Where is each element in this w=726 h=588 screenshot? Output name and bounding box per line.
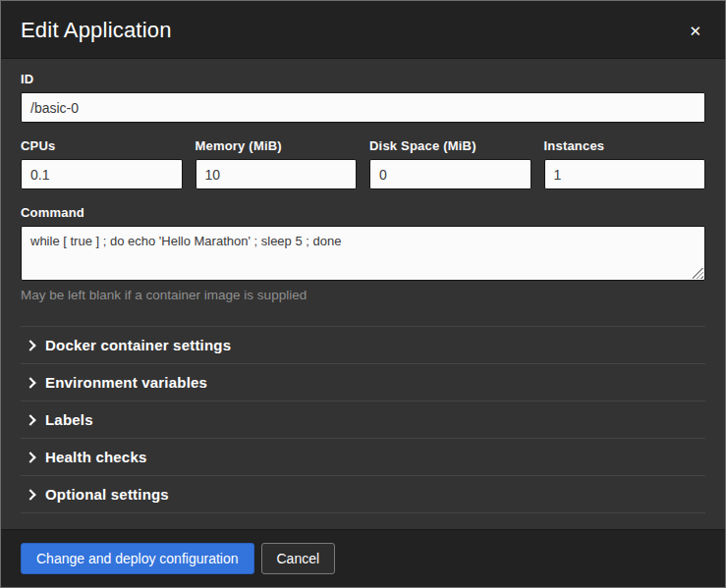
resources-row: CPUs Memory (MiB) Disk Space (MiB) Insta… bbox=[21, 138, 705, 189]
cancel-button[interactable]: Cancel bbox=[261, 543, 336, 574]
chevron-right-icon bbox=[23, 376, 36, 390]
memory-label: Memory (MiB) bbox=[195, 138, 358, 153]
modal-footer: Change and deploy configuration Cancel bbox=[1, 529, 725, 587]
command-field-group: Command while [ true ] ; do echo 'Hello … bbox=[21, 205, 705, 302]
section-environment-variables[interactable]: Environment variables bbox=[21, 364, 705, 401]
section-labels[interactable]: Labels bbox=[21, 401, 705, 439]
command-label: Command bbox=[21, 205, 705, 220]
disk-input[interactable] bbox=[369, 159, 531, 189]
change-and-deploy-button[interactable]: Change and deploy configuration bbox=[21, 543, 254, 574]
accordion-sections: Docker container settings Environment va… bbox=[21, 326, 705, 513]
chevron-right-icon bbox=[23, 339, 36, 352]
instances-input[interactable] bbox=[544, 159, 706, 189]
section-label: Docker container settings bbox=[45, 337, 231, 353]
memory-input[interactable] bbox=[195, 159, 358, 189]
command-input[interactable]: while [ true ] ; do echo 'Hello Marathon… bbox=[21, 226, 705, 281]
edit-application-modal: Edit Application ✕ ID CPUs Memory (MiB) … bbox=[0, 0, 726, 588]
modal-body: ID CPUs Memory (MiB) Disk Space (MiB) In… bbox=[1, 59, 725, 529]
cpus-label: CPUs bbox=[21, 138, 183, 153]
section-health-checks[interactable]: Health checks bbox=[21, 439, 705, 476]
disk-field-group: Disk Space (MiB) bbox=[369, 138, 531, 189]
instances-field-group: Instances bbox=[544, 138, 706, 189]
section-label: Labels bbox=[45, 411, 93, 428]
cpus-field-group: CPUs bbox=[21, 138, 183, 189]
instances-label: Instances bbox=[544, 138, 706, 153]
section-optional-settings[interactable]: Optional settings bbox=[21, 476, 705, 513]
chevron-right-icon bbox=[23, 413, 36, 427]
chevron-right-icon bbox=[23, 488, 36, 502]
section-label: Health checks bbox=[45, 449, 146, 465]
id-field-group: ID bbox=[21, 72, 705, 123]
chevron-right-icon bbox=[23, 451, 36, 464]
command-help-text: May be left blank if a container image i… bbox=[21, 288, 705, 302]
section-label: Optional settings bbox=[45, 486, 169, 503]
cpus-input[interactable] bbox=[21, 159, 183, 189]
command-textarea-wrap: while [ true ] ; do echo 'Hello Marathon… bbox=[21, 226, 705, 281]
section-label: Environment variables bbox=[45, 374, 207, 391]
memory-field-group: Memory (MiB) bbox=[195, 138, 358, 189]
close-icon[interactable]: ✕ bbox=[685, 20, 705, 42]
section-docker-container-settings[interactable]: Docker container settings bbox=[21, 327, 705, 364]
id-label: ID bbox=[21, 72, 705, 86]
disk-label: Disk Space (MiB) bbox=[369, 138, 531, 153]
modal-header: Edit Application ✕ bbox=[1, 1, 725, 59]
id-input[interactable] bbox=[21, 92, 705, 123]
page-title: Edit Application bbox=[21, 18, 172, 43]
